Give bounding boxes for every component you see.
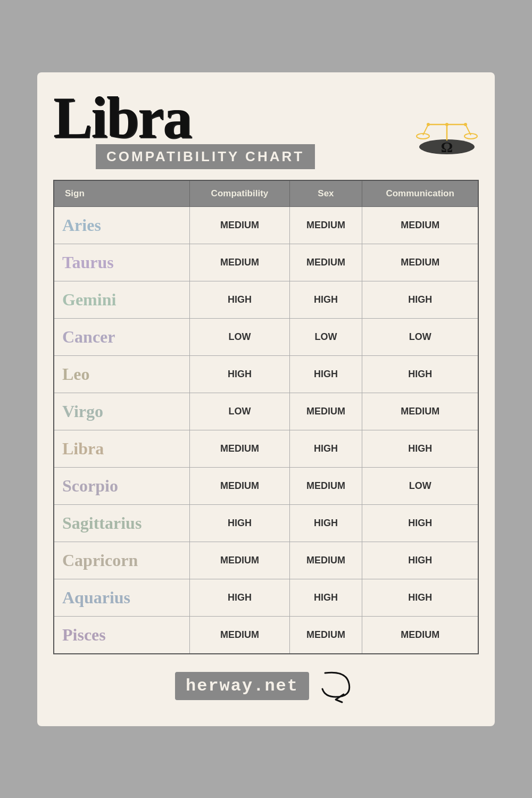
table-row: LibraMEDIUMHIGHHIGH xyxy=(54,430,478,467)
table-row: AriesMEDIUMMEDIUMMEDIUM xyxy=(54,206,478,244)
comm-cell: MEDIUM xyxy=(362,616,478,654)
table-row: SagittariusHIGHHIGHHIGH xyxy=(54,504,478,542)
sign-name-label: Libra xyxy=(62,439,104,458)
compat-cell: HIGH xyxy=(190,579,289,616)
sex-cell: MEDIUM xyxy=(289,206,362,244)
svg-point-8 xyxy=(464,123,467,126)
header: Libra COMPATIBILITY CHART xyxy=(53,88,479,169)
svg-text:Ω: Ω xyxy=(441,139,453,155)
compat-cell: LOW xyxy=(190,318,289,355)
main-card: Libra COMPATIBILITY CHART xyxy=(37,72,495,726)
compat-cell: MEDIUM xyxy=(190,206,289,244)
col-compat: Compatibility xyxy=(190,180,289,207)
compat-cell: LOW xyxy=(190,393,289,430)
sign-cell: Pisces xyxy=(54,616,190,654)
libra-symbol-area: Ω xyxy=(415,109,479,164)
sex-cell: HIGH xyxy=(289,281,362,318)
sign-name-label: Sagittarius xyxy=(62,513,142,533)
sex-cell: LOW xyxy=(289,318,362,355)
comm-cell: MEDIUM xyxy=(362,206,478,244)
comm-cell: HIGH xyxy=(362,542,478,579)
compat-cell: HIGH xyxy=(190,355,289,393)
table-row: ScorpioMEDIUMMEDIUMLOW xyxy=(54,467,478,504)
col-sex: Sex xyxy=(289,180,362,207)
comm-cell: MEDIUM xyxy=(362,393,478,430)
sex-cell: HIGH xyxy=(289,355,362,393)
comm-cell: HIGH xyxy=(362,504,478,542)
col-sign: Sign xyxy=(54,180,190,207)
comm-cell: HIGH xyxy=(362,430,478,467)
sign-cell: Aries xyxy=(54,206,190,244)
sign-cell: Libra xyxy=(54,430,190,467)
comm-cell: HIGH xyxy=(362,281,478,318)
subtitle-text: COMPATIBILITY CHART xyxy=(106,148,304,164)
sign-name-label: Taurus xyxy=(62,253,114,272)
libra-title: Libra xyxy=(53,88,191,147)
footer-site: herway.net xyxy=(175,672,309,700)
compat-cell: MEDIUM xyxy=(190,467,289,504)
table-header-row: Sign Compatibility Sex Communication xyxy=(54,180,478,207)
sign-name-label: Cancer xyxy=(62,327,115,346)
table-row: AquariusHIGHHIGHHIGH xyxy=(54,579,478,616)
svg-point-9 xyxy=(445,123,448,126)
sex-cell: MEDIUM xyxy=(289,467,362,504)
sex-cell: MEDIUM xyxy=(289,616,362,654)
compat-cell: HIGH xyxy=(190,504,289,542)
table-row: CancerLOWLOWLOW xyxy=(54,318,478,355)
sex-cell: HIGH xyxy=(289,504,362,542)
svg-point-7 xyxy=(427,123,430,126)
sign-cell: Taurus xyxy=(54,244,190,281)
table-row: TaurusMEDIUMMEDIUMMEDIUM xyxy=(54,244,478,281)
sign-cell: Scorpio xyxy=(54,467,190,504)
sex-cell: MEDIUM xyxy=(289,542,362,579)
compat-cell: MEDIUM xyxy=(190,244,289,281)
footer: herway.net xyxy=(53,668,479,705)
sign-name-label: Capricorn xyxy=(62,551,138,570)
sign-name-label: Aquarius xyxy=(62,588,130,607)
sign-name-label: Aries xyxy=(62,215,101,235)
table-row: PiscesMEDIUMMEDIUMMEDIUM xyxy=(54,616,478,654)
compat-cell: MEDIUM xyxy=(190,616,289,654)
compat-cell: MEDIUM xyxy=(190,430,289,467)
swirl-icon xyxy=(314,668,357,705)
subtitle-banner: COMPATIBILITY CHART xyxy=(96,144,315,169)
compat-cell: MEDIUM xyxy=(190,542,289,579)
libra-symbol-icon: Ω xyxy=(415,109,479,162)
compat-cell: HIGH xyxy=(190,281,289,318)
compatibility-table: Sign Compatibility Sex Communication Ari… xyxy=(53,180,479,654)
title-area: Libra COMPATIBILITY CHART xyxy=(53,88,315,169)
sign-cell: Leo xyxy=(54,355,190,393)
sign-name-label: Scorpio xyxy=(62,476,118,495)
sign-name-label: Leo xyxy=(62,364,90,384)
sign-cell: Capricorn xyxy=(54,542,190,579)
sign-cell: Aquarius xyxy=(54,579,190,616)
comm-cell: LOW xyxy=(362,467,478,504)
col-comm: Communication xyxy=(362,180,478,207)
sex-cell: HIGH xyxy=(289,579,362,616)
comm-cell: HIGH xyxy=(362,355,478,393)
sex-cell: HIGH xyxy=(289,430,362,467)
sign-cell: Sagittarius xyxy=(54,504,190,542)
comm-cell: LOW xyxy=(362,318,478,355)
sex-cell: MEDIUM xyxy=(289,244,362,281)
comm-cell: HIGH xyxy=(362,579,478,616)
sign-name-label: Gemini xyxy=(62,290,116,309)
sign-name-label: Virgo xyxy=(62,402,103,421)
table-row: CapricornMEDIUMMEDIUMHIGH xyxy=(54,542,478,579)
table-row: VirgoLOWMEDIUMMEDIUM xyxy=(54,393,478,430)
table-row: GeminiHIGHHIGHHIGH xyxy=(54,281,478,318)
table-row: LeoHIGHHIGHHIGH xyxy=(54,355,478,393)
sign-name-label: Pisces xyxy=(62,625,106,644)
sign-cell: Virgo xyxy=(54,393,190,430)
sign-cell: Cancer xyxy=(54,318,190,355)
sign-cell: Gemini xyxy=(54,281,190,318)
sex-cell: MEDIUM xyxy=(289,393,362,430)
comm-cell: MEDIUM xyxy=(362,244,478,281)
